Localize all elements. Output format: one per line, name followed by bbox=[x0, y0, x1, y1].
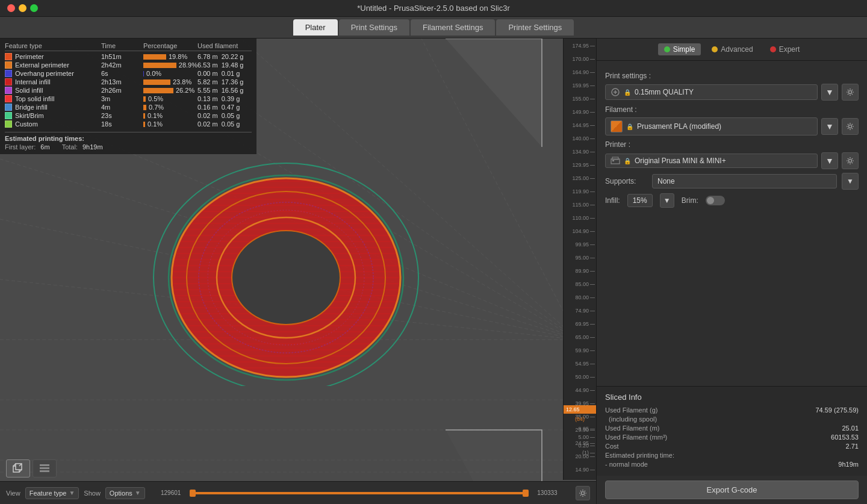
filament-select[interactable]: 🔒 Prusament PLA (modified) bbox=[605, 117, 818, 135]
layer-slider-area: 129601 130333 bbox=[156, 490, 562, 496]
filament-value: Prusament PLA (modified) bbox=[637, 122, 812, 131]
viewport-toolbar: View Feature type ▼ Show Options ▼ 12960… bbox=[0, 481, 596, 504]
filament-color-swatch[interactable] bbox=[611, 120, 623, 132]
expert-label: Expert bbox=[779, 45, 800, 54]
filament-row: 🔒 Prusament PLA (modified) ▼ bbox=[605, 117, 859, 135]
stats-row-solid-infill: Solid infill 2h26m 26.2% 5.55 m 16.56 g bbox=[5, 86, 252, 95]
view-layers-button[interactable] bbox=[33, 459, 57, 478]
col-feature: Feature type bbox=[5, 42, 101, 49]
print-settings-gear-btn[interactable] bbox=[842, 84, 859, 101]
tab-filament-settings[interactable]: Filament Settings bbox=[411, 19, 495, 36]
right-panel: Simple Advanced Expert Print settings : bbox=[596, 39, 867, 504]
sliced-title: Sliced Info bbox=[605, 393, 859, 402]
stats-row-int-infill: Internal infill 2h13m 23.8% 5.82 m 17.36… bbox=[5, 78, 252, 86]
export-gcode-button[interactable]: Export G-code bbox=[605, 481, 859, 499]
simple-label: Simple bbox=[673, 45, 695, 54]
stats-row-bridge: Bridge infill 4m 0.7% 0.16 m 0.47 g bbox=[5, 103, 252, 111]
view-label: View bbox=[6, 490, 20, 497]
svg-point-74 bbox=[849, 160, 852, 163]
infill-dropdown-btn[interactable]: ▼ bbox=[660, 193, 674, 208]
tab-plater[interactable]: Plater bbox=[293, 19, 338, 36]
svg-point-70 bbox=[849, 125, 852, 128]
settings-gear-button[interactable] bbox=[576, 486, 590, 500]
sliced-info: Sliced Info Used Filament (g) 74.59 (275… bbox=[597, 386, 867, 476]
minimize-button[interactable] bbox=[19, 4, 26, 12]
filament-lock-icon: 🔒 bbox=[626, 123, 633, 130]
svg-rect-66 bbox=[40, 470, 49, 472]
printer-dropdown-btn[interactable]: ▼ bbox=[821, 152, 838, 169]
mode-expert-button[interactable]: Expert bbox=[764, 43, 806, 55]
estimated-times: Estimated printing times: First layer: 6… bbox=[5, 132, 252, 151]
mode-simple-button[interactable]: Simple bbox=[658, 43, 701, 55]
svg-point-69 bbox=[849, 91, 852, 94]
gear-settings bbox=[576, 486, 590, 500]
sliced-row-filament-mm3: Used Filament (mm³) 60153.53 bbox=[605, 434, 859, 441]
brim-toggle[interactable] bbox=[706, 196, 725, 205]
view-dropdown-arrow: ▼ bbox=[69, 490, 75, 496]
view-3d-button[interactable] bbox=[6, 459, 30, 478]
view-mode-buttons bbox=[6, 459, 57, 478]
advanced-dot bbox=[712, 46, 718, 52]
main-layout: Feature type Time Percentage Used filame… bbox=[0, 39, 867, 504]
simple-dot bbox=[664, 46, 670, 52]
supports-dropdown-btn[interactable]: ▼ bbox=[842, 173, 859, 190]
infill-value: 15% bbox=[633, 196, 647, 205]
print-settings-label: Print settings : bbox=[605, 72, 859, 80]
svg-point-67 bbox=[582, 491, 585, 494]
mode-advanced-button[interactable]: Advanced bbox=[706, 43, 759, 55]
filament-dropdown-btn[interactable]: ▼ bbox=[821, 118, 838, 135]
mode-bar: Simple Advanced Expert bbox=[597, 39, 867, 61]
supports-select[interactable]: None bbox=[652, 174, 837, 188]
supports-value: None bbox=[657, 177, 831, 185]
printer-gear-btn[interactable] bbox=[842, 152, 859, 169]
maximize-button[interactable] bbox=[30, 4, 38, 12]
slider-min-val: 129601 bbox=[156, 490, 186, 496]
show-dropdown-value: Options bbox=[110, 490, 132, 497]
svg-rect-64 bbox=[40, 464, 49, 466]
sliced-row-filament-g: Used Filament (g) 74.59 (275.59) bbox=[605, 406, 859, 414]
viewport[interactable]: Feature type Time Percentage Used filame… bbox=[0, 39, 596, 504]
filament-gear-btn[interactable] bbox=[842, 118, 859, 135]
feature-name-perimeter: Perimeter bbox=[5, 53, 101, 60]
col-percentage: Percentage bbox=[143, 42, 197, 49]
print-settings-value: 0.15mm QUALITY bbox=[635, 88, 812, 96]
custom-label: Custom bbox=[15, 120, 38, 128]
tab-print-settings[interactable]: Print Settings bbox=[339, 19, 409, 36]
sliced-row-spool: (including spool) bbox=[605, 415, 859, 423]
print-lock-icon: 🔒 bbox=[624, 89, 631, 96]
advanced-label: Advanced bbox=[721, 45, 753, 54]
col-filament: Used filament bbox=[197, 42, 252, 49]
stats-row-top-infill: Top solid infill 3m 0.5% 0.13 m 0.39 g bbox=[5, 95, 252, 103]
sliced-row-normal-mode: - normal mode 9h19m bbox=[605, 461, 859, 468]
print-settings-row: 🔒 0.15mm QUALITY ▼ bbox=[605, 84, 859, 101]
print-settings-select[interactable]: 🔒 0.15mm QUALITY bbox=[605, 84, 818, 100]
expert-dot bbox=[770, 46, 776, 52]
sliced-row-cost: Cost 2.71 bbox=[605, 443, 859, 450]
layer-slider-track[interactable] bbox=[190, 492, 529, 494]
show-dropdown[interactable]: Options ▼ bbox=[105, 487, 145, 499]
view-dropdown[interactable]: Feature type ▼ bbox=[25, 487, 79, 499]
printer-lock-icon: 🔒 bbox=[624, 158, 631, 164]
svg-rect-65 bbox=[40, 467, 49, 469]
infill-select[interactable]: 15% bbox=[627, 194, 653, 207]
brim-label: Brim: bbox=[682, 196, 698, 205]
col-time: Time bbox=[101, 42, 143, 49]
settings-body: Print settings : 🔒 0.15mm QUALITY ▼ bbox=[597, 61, 867, 386]
slider-left-handle[interactable] bbox=[190, 490, 196, 497]
svg-rect-72 bbox=[612, 160, 614, 161]
nav-tabs: Plater Print Settings Filament Settings … bbox=[0, 17, 867, 39]
print-settings-dropdown-btn[interactable]: ▼ bbox=[821, 84, 838, 101]
slider-right-handle[interactable] bbox=[523, 490, 529, 497]
color-perimeter bbox=[5, 53, 12, 60]
sliced-row-time-label: Estimated printing time: bbox=[605, 452, 859, 459]
sliced-row-filament-m: Used Filament (m) 25.01 bbox=[605, 425, 859, 432]
slider-max-val: 130333 bbox=[532, 490, 562, 496]
stats-row-custom: Custom 18s 0.1% 0.02 m 0.05 g bbox=[5, 120, 252, 128]
stats-row-overhang: Overhang perimeter 6s 0.0% 0.00 m 0.01 g bbox=[5, 69, 252, 78]
tab-printer-settings[interactable]: Printer Settings bbox=[496, 19, 574, 36]
window-controls bbox=[7, 4, 38, 12]
printer-label: Printer : bbox=[605, 140, 859, 149]
close-button[interactable] bbox=[7, 4, 15, 12]
filament-label: Filament : bbox=[605, 105, 859, 114]
printer-select[interactable]: 🔒 Original Prusa MINI & MINI+ bbox=[605, 154, 818, 168]
